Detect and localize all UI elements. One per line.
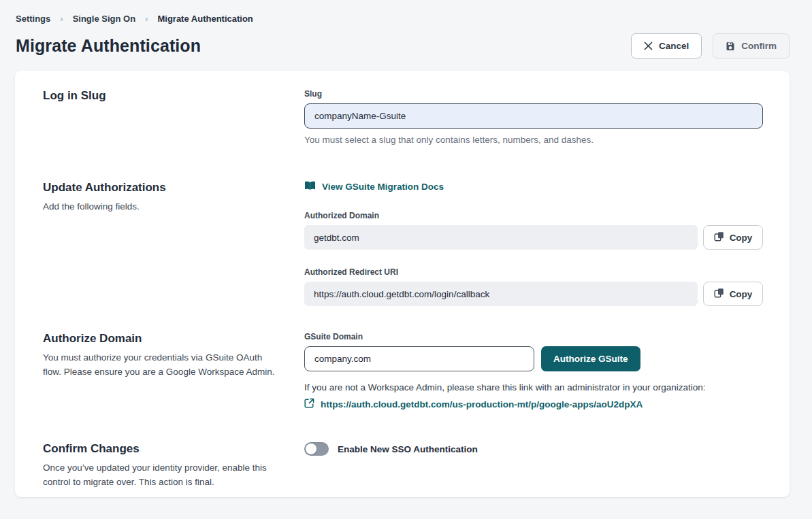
authorize-domain-description: You must authorize your credentials via … xyxy=(43,351,277,380)
authorize-gsuite-button[interactable]: Authorize GSuite xyxy=(541,346,640,371)
enable-sso-toggle-label: Enable New SSO Authentication xyxy=(338,444,478,454)
toggle-knob xyxy=(306,443,316,454)
breadcrumb-migrate-authentication: Migrate Authentication xyxy=(157,14,253,24)
section-update-authorizations: Update Authorizations Add the following … xyxy=(43,181,763,332)
open-book-icon xyxy=(304,181,316,192)
copy-button-label: Copy xyxy=(730,233,753,243)
slug-input[interactable] xyxy=(304,103,763,129)
slug-label: Slug xyxy=(304,89,763,99)
copy-icon xyxy=(714,231,724,244)
breadcrumb-settings[interactable]: Settings xyxy=(16,14,50,24)
authorized-redirect-uri-label: Authorized Redirect URI xyxy=(304,267,763,277)
gsuite-domain-input[interactable] xyxy=(304,346,534,371)
page-header: Settings › Single Sign On › Migrate Auth… xyxy=(0,0,812,58)
confirm-changes-description: Once you’ve updated your identity provid… xyxy=(43,461,277,490)
title-row: Migrate Authentication Cancel Confirm xyxy=(16,33,790,58)
workspace-admin-note: If you are not a Workspace Admin, please… xyxy=(304,382,763,392)
header-actions: Cancel Confirm xyxy=(631,33,790,58)
copy-authorized-domain-button[interactable]: Copy xyxy=(703,225,763,250)
copy-button-label: Copy xyxy=(730,289,753,299)
slug-help-text: You must select a slug that only contain… xyxy=(304,135,763,145)
breadcrumb-single-sign-on[interactable]: Single Sign On xyxy=(73,14,135,24)
page-title: Migrate Authentication xyxy=(16,36,201,56)
authorized-domain-value: getdbt.com xyxy=(304,225,698,250)
cancel-button[interactable]: Cancel xyxy=(631,33,702,58)
floppy-save-icon xyxy=(726,41,735,51)
breadcrumb: Settings › Single Sign On › Migrate Auth… xyxy=(16,14,790,24)
authorize-domain-heading: Authorize Domain xyxy=(43,332,277,346)
confirm-button-label: Confirm xyxy=(741,41,777,51)
confirm-changes-heading: Confirm Changes xyxy=(43,442,277,456)
gsuite-domain-label: GSuite Domain xyxy=(304,332,763,341)
chevron-right-icon: › xyxy=(60,14,63,24)
update-authorizations-description: Add the following fields. xyxy=(43,200,277,214)
update-authorizations-heading: Update Authorizations xyxy=(43,181,277,195)
cancel-button-label: Cancel xyxy=(659,41,689,51)
section-login-slug: Log in Slug Slug You must select a slug … xyxy=(43,89,763,181)
gsuite-migration-docs-link-label: View GSuite Migration Docs xyxy=(322,182,444,192)
x-icon xyxy=(644,41,653,50)
gsuite-migration-docs-link[interactable]: View GSuite Migration Docs xyxy=(304,181,444,192)
section-confirm-changes: Confirm Changes Once you’ve updated your… xyxy=(43,442,763,510)
confirm-button[interactable]: Confirm xyxy=(713,33,790,58)
copy-icon xyxy=(714,288,724,300)
admin-share-link[interactable]: https://auth.cloud.getdbt.com/us-product… xyxy=(304,398,643,410)
copy-redirect-uri-button[interactable]: Copy xyxy=(703,282,763,306)
migrate-authentication-card: Log in Slug Slug You must select a slug … xyxy=(15,71,790,497)
authorized-redirect-uri-value: https://auth.cloud.getdbt.com/login/call… xyxy=(304,282,698,306)
admin-share-link-label: https://auth.cloud.getdbt.com/us-product… xyxy=(321,399,643,409)
authorized-domain-label: Authorized Domain xyxy=(304,211,763,220)
external-link-icon xyxy=(304,398,314,410)
login-slug-heading: Log in Slug xyxy=(43,89,277,103)
chevron-right-icon: › xyxy=(145,14,148,24)
enable-sso-toggle[interactable] xyxy=(304,442,329,456)
section-authorize-domain: Authorize Domain You must authorize your… xyxy=(43,332,763,442)
